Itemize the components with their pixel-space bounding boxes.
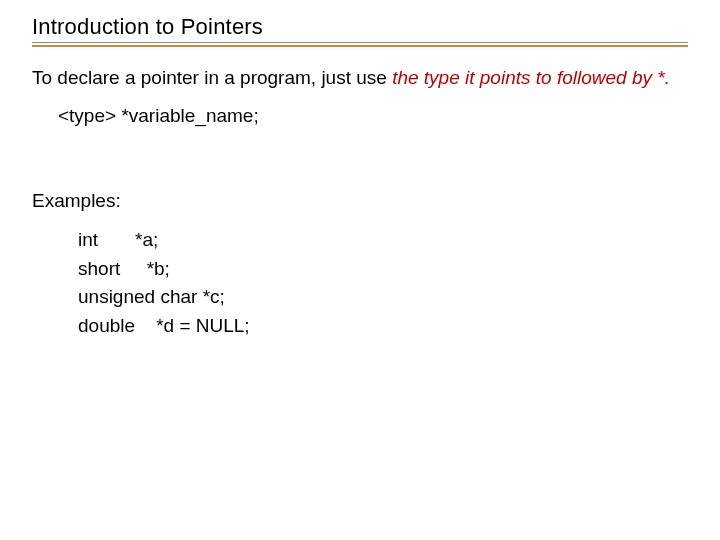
intro-emphasis: the type it points to followed by *. [392, 67, 670, 88]
rule-accent [32, 45, 688, 47]
slide: Introduction to Pointers To declare a po… [0, 0, 720, 540]
example-line: int *a; [78, 226, 688, 255]
title-underline [32, 42, 688, 47]
example-line: short *b; [78, 255, 688, 284]
rule-thin [32, 42, 688, 43]
examples-label: Examples: [32, 190, 688, 212]
example-line: double *d = NULL; [78, 312, 688, 341]
syntax-template: <type> *variable_name; [58, 103, 688, 129]
example-line: unsigned char *c; [78, 283, 688, 312]
intro-lead: To declare a pointer in a program, just … [32, 67, 392, 88]
examples-block: int *a; short *b; unsigned char *c; doub… [78, 226, 688, 340]
intro-paragraph: To declare a pointer in a program, just … [32, 65, 688, 91]
slide-title: Introduction to Pointers [32, 14, 688, 40]
